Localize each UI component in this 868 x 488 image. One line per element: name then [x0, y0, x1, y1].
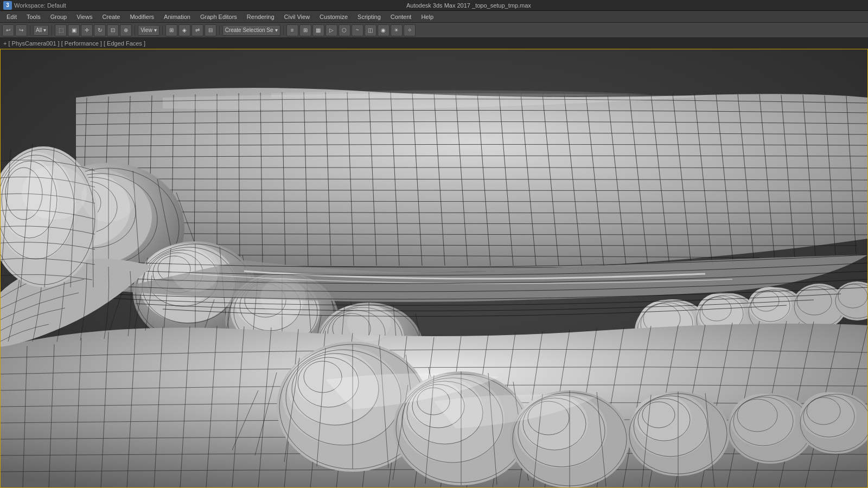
menu-group[interactable]: Group: [46, 12, 72, 21]
app-icon: 3: [3, 1, 12, 10]
environment-button[interactable]: ☀: [391, 24, 403, 36]
select-filter-dropdown[interactable]: All ▾: [33, 25, 49, 36]
toolbar-sep-3: [135, 25, 135, 35]
reference-coord-button[interactable]: ⊕: [120, 24, 132, 36]
menu-bar: Edit Tools Group Views Create Modifiers …: [0, 11, 868, 23]
align-button[interactable]: ⊞: [165, 24, 177, 36]
window-title: Autodesk 3ds Max 2017 _topo_setup_tmp.ma…: [69, 2, 868, 9]
menu-create[interactable]: Create: [98, 12, 124, 21]
titlebar-left: 3 Workspace: Default: [0, 1, 69, 10]
menu-help[interactable]: Help: [417, 12, 438, 21]
viewport-label[interactable]: + [ PhysCamera001 ] [ Performance ] [ Ed…: [0, 38, 868, 49]
scale-button[interactable]: ⊡: [107, 24, 119, 36]
create-selection-chevron-icon: ▾: [275, 27, 278, 33]
toolbar-sep-1: [30, 25, 30, 35]
view-dropdown[interactable]: View ▾: [138, 25, 159, 36]
menu-content[interactable]: Content: [386, 12, 416, 21]
menu-modifiers[interactable]: Modifiers: [125, 12, 158, 21]
menu-customize[interactable]: Customize: [315, 12, 352, 21]
viewport-label-text: + [ PhysCamera001 ] [ Performance ] [ Ed…: [3, 40, 145, 47]
layer-manager-button[interactable]: ≡: [286, 24, 298, 36]
schematic-view-button[interactable]: ◫: [365, 24, 376, 36]
rotate-button[interactable]: ↻: [94, 24, 106, 36]
menu-graph-editors[interactable]: Graph Editors: [196, 12, 241, 21]
array-button[interactable]: ⊟: [205, 24, 216, 36]
chevron-icon: ▾: [154, 27, 157, 33]
render-button[interactable]: ▷: [326, 24, 337, 36]
title-bar: 3 Workspace: Default Autodesk 3ds Max 20…: [0, 0, 868, 11]
toolbar-sep-4: [162, 25, 163, 35]
svg-point-185: [22, 165, 87, 220]
snap-button[interactable]: ◈: [178, 24, 190, 36]
svg-point-187: [171, 248, 220, 292]
create-selection-label: Create Selection Se: [225, 27, 273, 33]
chevron-down-icon: ▾: [43, 27, 46, 33]
svg-point-189: [347, 305, 391, 342]
select-filter-label: All: [36, 27, 42, 33]
svg-point-186: [81, 174, 136, 222]
menu-rendering[interactable]: Rendering: [242, 12, 279, 21]
effects-button[interactable]: ✧: [404, 24, 416, 36]
svg-point-188: [260, 278, 306, 317]
toolbar-sep-5: [219, 25, 220, 35]
workspace-label[interactable]: Workspace: Default: [14, 2, 66, 9]
select-object-button[interactable]: ⬚: [55, 24, 67, 36]
undo-button[interactable]: ↩: [2, 24, 14, 36]
svg-point-168: [800, 392, 857, 439]
menu-edit[interactable]: Edit: [2, 12, 21, 21]
color-clipboard-button[interactable]: ◉: [378, 24, 390, 36]
main-viewport[interactable]: [0, 49, 868, 488]
toolbar-sep-6: [283, 25, 284, 35]
main-toolbar: ↩ ↪ All ▾ ⬚ ▣ ✛ ↻ ⊡ ⊕ View ▾ ⊞ ◈ ⇌ ⊟ Cre…: [0, 23, 868, 38]
menu-animation[interactable]: Animation: [159, 12, 195, 21]
move-button[interactable]: ✛: [81, 24, 93, 36]
material-editor-button[interactable]: ⬡: [339, 24, 350, 36]
create-selection-dropdown[interactable]: Create Selection Se ▾: [222, 25, 280, 36]
svg-point-163: [730, 394, 795, 447]
toolbar-sep-2: [52, 25, 52, 35]
select-region-button[interactable]: ▣: [68, 24, 80, 36]
menu-tools[interactable]: Tools: [22, 12, 45, 21]
menu-views[interactable]: Views: [72, 12, 97, 21]
redo-button[interactable]: ↪: [15, 24, 27, 36]
mirror-button[interactable]: ⇌: [192, 24, 203, 36]
curve-editor-button[interactable]: ~: [352, 24, 363, 36]
scene-canvas: [0, 49, 868, 488]
mesh-svg: [0, 49, 868, 488]
menu-civil-view[interactable]: Civil View: [280, 12, 314, 21]
view-label: View: [141, 27, 152, 33]
render-setup-button[interactable]: ▦: [312, 24, 324, 36]
scene-explorer-button[interactable]: ⊞: [299, 24, 311, 36]
menu-scripting[interactable]: Scripting: [353, 12, 385, 21]
